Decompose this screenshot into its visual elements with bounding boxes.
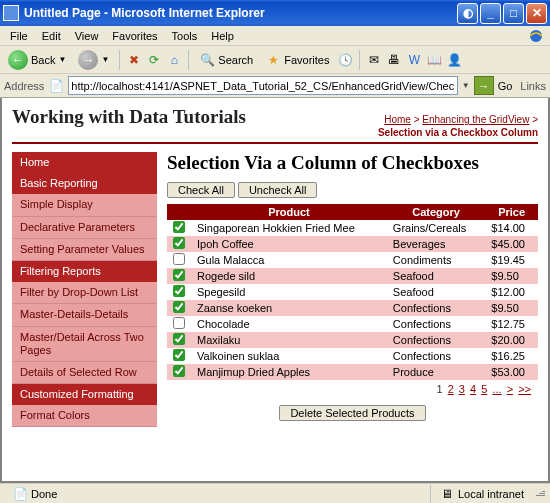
edit-icon[interactable]: W	[406, 52, 422, 68]
cell-category: Beverages	[387, 236, 485, 252]
minimize-button[interactable]: _	[480, 3, 501, 24]
page-viewport: Working with Data Tutorials Home > Enhan…	[0, 98, 550, 483]
menu-help[interactable]: Help	[205, 28, 240, 44]
forward-button[interactable]: → ▼	[74, 48, 113, 72]
row-checkbox[interactable]	[173, 253, 185, 265]
pager-last[interactable]: >>	[518, 383, 531, 395]
close-button[interactable]: ✕	[526, 3, 547, 24]
pager-dots[interactable]: ...	[492, 383, 501, 395]
sidebar-item-declarative-params[interactable]: Declarative Parameters	[12, 217, 157, 239]
pager-5[interactable]: 5	[481, 383, 487, 395]
favorites-label: Favorites	[284, 54, 329, 66]
cell-product: Maxilaku	[191, 332, 387, 348]
separator	[359, 50, 360, 70]
cell-category: Seafood	[387, 268, 485, 284]
row-checkbox[interactable]	[173, 333, 185, 345]
sidebar-item-setting-params[interactable]: Setting Parameter Values	[12, 239, 157, 261]
products-table: Product Category Price Singaporean Hokki…	[167, 204, 538, 380]
sidebar-item-details-sel[interactable]: Details of Selected Row	[12, 362, 157, 384]
breadcrumb-section[interactable]: Enhancing the GridView	[422, 114, 529, 125]
table-row: Rogede sildSeafood$9.50	[167, 268, 538, 284]
row-checkbox[interactable]	[173, 221, 185, 233]
cell-price: $45.00	[485, 236, 538, 252]
cell-price: $12.75	[485, 316, 538, 332]
maximize-button[interactable]: □	[503, 3, 524, 24]
cell-category: Seafood	[387, 284, 485, 300]
sidebar: Home Basic Reporting Simple Display Decl…	[12, 152, 157, 427]
sidebar-item-fmt-colors[interactable]: Format Colors	[12, 405, 157, 427]
menu-file[interactable]: File	[4, 28, 34, 44]
uncheck-all-button[interactable]: Uncheck All	[238, 182, 317, 198]
favorites-button[interactable]: ★ Favorites	[261, 50, 333, 70]
menu-view[interactable]: View	[69, 28, 105, 44]
go-button[interactable]: →	[474, 76, 494, 95]
sidebar-item-simple-display[interactable]: Simple Display	[12, 194, 157, 216]
menu-favorites[interactable]: Favorites	[106, 28, 163, 44]
sidebar-item-md-two[interactable]: Master/Detail Across Two Pages	[12, 327, 157, 362]
address-label: Address	[4, 80, 44, 92]
back-button[interactable]: ← Back ▼	[4, 48, 70, 72]
back-label: Back	[31, 54, 55, 66]
col-price: Price	[485, 204, 538, 220]
history-icon[interactable]: 🕓	[337, 52, 353, 68]
go-label: Go	[498, 80, 513, 92]
main-heading: Selection Via a Column of Checkboxes	[167, 152, 538, 174]
table-row: Gula MalaccaCondiments$19.45	[167, 252, 538, 268]
menu-tools[interactable]: Tools	[166, 28, 204, 44]
app-icon	[3, 5, 19, 21]
cell-category: Confections	[387, 348, 485, 364]
sidebar-item-custom-fmt[interactable]: Customized Formatting	[12, 384, 157, 405]
home-icon[interactable]: ⌂	[166, 52, 182, 68]
links-label[interactable]: Links	[520, 80, 546, 92]
row-checkbox[interactable]	[173, 301, 185, 313]
row-checkbox[interactable]	[173, 285, 185, 297]
refresh-icon[interactable]: ⟳	[146, 52, 162, 68]
cell-category: Produce	[387, 364, 485, 380]
page-title: Working with Data Tutorials	[12, 106, 246, 128]
table-row: Manjimup Dried ApplesProduce$53.00	[167, 364, 538, 380]
menu-edit[interactable]: Edit	[36, 28, 67, 44]
resize-grip[interactable]	[532, 491, 546, 496]
col-category: Category	[387, 204, 485, 220]
check-all-button[interactable]: Check All	[167, 182, 235, 198]
star-icon: ★	[265, 52, 281, 68]
cell-product: Manjimup Dried Apples	[191, 364, 387, 380]
sidebar-item-basic-reporting[interactable]: Basic Reporting	[12, 173, 157, 194]
delete-selected-button[interactable]: Delete Selected Products	[279, 405, 425, 421]
research-icon[interactable]: 📖	[426, 52, 442, 68]
pager-4[interactable]: 4	[470, 383, 476, 395]
row-checkbox[interactable]	[173, 317, 185, 329]
row-checkbox[interactable]	[173, 365, 185, 377]
status-zone-label: Local intranet	[458, 488, 524, 500]
button-row: Check All Uncheck All	[167, 182, 538, 198]
sidebar-item-filtering[interactable]: Filtering Reports	[12, 261, 157, 282]
cell-product: Spegesild	[191, 284, 387, 300]
chevron-down-icon[interactable]: ▼	[462, 81, 470, 90]
cell-category: Grains/Cereals	[387, 220, 485, 236]
mail-icon[interactable]: ✉	[366, 52, 382, 68]
stop-icon[interactable]: ✖	[126, 52, 142, 68]
sidebar-item-mdd[interactable]: Master-Details-Details	[12, 304, 157, 326]
row-checkbox[interactable]	[173, 237, 185, 249]
pager-2[interactable]: 2	[448, 383, 454, 395]
row-checkbox[interactable]	[173, 269, 185, 281]
table-row: Singaporean Hokkien Fried MeeGrains/Cere…	[167, 220, 538, 236]
pager-3[interactable]: 3	[459, 383, 465, 395]
search-button[interactable]: 🔍 Search	[195, 50, 257, 70]
row-checkbox[interactable]	[173, 349, 185, 361]
table-row: Valkoinen suklaaConfections$16.25	[167, 348, 538, 364]
breadcrumb-home[interactable]: Home	[384, 114, 411, 125]
statusbar: 📄 Done 🖥 Local intranet	[0, 483, 550, 503]
separator	[119, 50, 120, 70]
cell-category: Confections	[387, 300, 485, 316]
print-icon[interactable]: 🖶	[386, 52, 402, 68]
sidebar-item-filter-ddl[interactable]: Filter by Drop-Down List	[12, 282, 157, 304]
chevron-down-icon: ▼	[58, 55, 66, 64]
breadcrumb: Home > Enhancing the GridView > Selectio…	[378, 113, 538, 139]
pager-next[interactable]: >	[507, 383, 513, 395]
sidebar-item-home[interactable]: Home	[12, 152, 157, 173]
messenger-icon[interactable]: 👤	[446, 52, 462, 68]
cell-product: Rogede sild	[191, 268, 387, 284]
address-input[interactable]	[68, 76, 457, 95]
theme-button[interactable]: ◐	[457, 3, 478, 24]
